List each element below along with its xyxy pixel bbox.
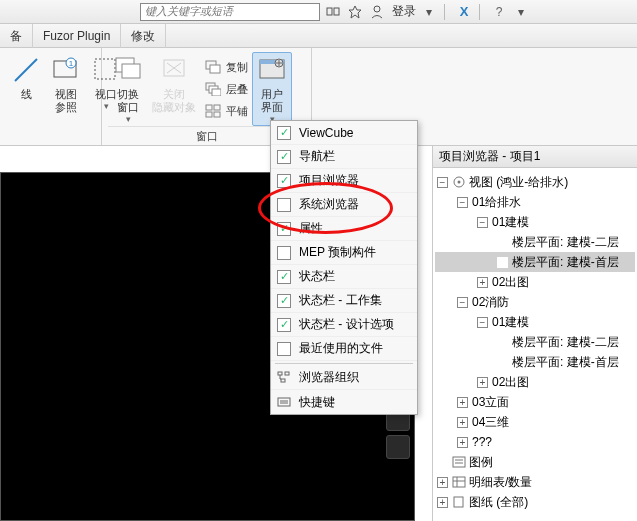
menu-item-shortcuts[interactable]: 快捷键 — [271, 390, 417, 414]
label: 用户 — [261, 88, 283, 100]
schedule-icon — [452, 476, 466, 488]
checkbox-icon: ✓ — [277, 126, 291, 140]
tree-node[interactable]: +04三维 — [435, 412, 635, 432]
title-bar: 键入关键字或短语 登录 ▾ X ? ▾ — [0, 0, 637, 24]
nav-zoom-icon[interactable] — [386, 435, 410, 459]
binoculars-icon[interactable] — [324, 3, 342, 21]
tree-node[interactable]: −01建模 — [435, 212, 635, 232]
menu-item-recent-files[interactable]: 最近使用的文件 — [271, 337, 417, 361]
svg-rect-33 — [278, 398, 290, 406]
star-icon[interactable] — [346, 3, 364, 21]
label: 快捷键 — [299, 394, 335, 411]
menu-item-project-browser[interactable]: ✓项目浏览器 — [271, 169, 417, 193]
line-button[interactable]: 线 — [6, 52, 46, 143]
menu-item-statusbar-design[interactable]: ✓状态栏 - 设计选项 — [271, 313, 417, 337]
separator — [479, 4, 480, 20]
menu-item-system-browser[interactable]: 系统浏览器 — [271, 193, 417, 217]
sign-in-link[interactable]: 登录 — [392, 3, 416, 20]
tree-node[interactable]: +??? — [435, 432, 635, 452]
checkbox-icon: ✓ — [277, 174, 291, 188]
view-ref-icon: 1 — [50, 54, 82, 86]
ribbon-tabs: 备 Fuzor Plugin 修改 — [0, 24, 637, 48]
tree-leaf[interactable]: 楼层平面: 建模-二层 — [435, 232, 635, 252]
tree-node-sheets[interactable]: +图纸 (全部) — [435, 492, 635, 512]
line-icon — [10, 54, 42, 86]
user-interface-button[interactable]: 用户界面 ▾ — [252, 52, 292, 126]
svg-rect-1 — [334, 8, 339, 15]
ui-dropdown-menu: ✓ViewCube ✓导航栏 ✓项目浏览器 系统浏览器 ✓属性 MEP 预制构件… — [270, 120, 418, 415]
tree-node[interactable]: −01给排水 — [435, 192, 635, 212]
search-input[interactable]: 键入关键字或短语 — [140, 3, 320, 21]
label: 隐藏对象 — [152, 101, 196, 113]
tree-node-legends[interactable]: 图例 — [435, 452, 635, 472]
label: 楼层平面: 建模-首层 — [512, 252, 619, 272]
tree-leaf[interactable]: 楼层平面: 建模-首层 — [435, 352, 635, 372]
cascade-button[interactable]: 层叠 — [204, 78, 248, 100]
exchange-icon[interactable]: X — [455, 3, 473, 21]
menu-item-statusbar[interactable]: ✓状态栏 — [271, 265, 417, 289]
chevron-down-icon[interactable]: ▾ — [512, 3, 530, 21]
svg-line-4 — [15, 59, 37, 81]
separator — [444, 4, 445, 20]
replicate-icon — [204, 59, 222, 75]
view-ref-button[interactable]: 1 视图参照 — [46, 52, 86, 143]
menu-item-browser-org[interactable]: 浏览器组织 — [271, 366, 417, 390]
keyboard-icon — [277, 395, 291, 409]
checkbox-icon: ✓ — [277, 270, 291, 284]
menu-item-properties[interactable]: ✓属性 — [271, 217, 417, 241]
help-icon[interactable]: ? — [490, 3, 508, 21]
tree-node[interactable]: +02出图 — [435, 372, 635, 392]
tile-button[interactable]: 平铺 — [204, 100, 248, 122]
label: 图纸 (全部) — [469, 492, 528, 512]
svg-rect-21 — [206, 112, 212, 117]
tab-fuzor[interactable]: Fuzor Plugin — [33, 24, 121, 48]
label: 01建模 — [492, 212, 529, 232]
label: 04三维 — [472, 412, 509, 432]
ribbon-panel-graphics: 线 1 视图参照 视口 ▾ — [0, 48, 102, 145]
tree-node[interactable]: −02消防 — [435, 292, 635, 312]
tree-icon — [277, 371, 291, 385]
tree-leaf[interactable]: 楼层平面: 建模-二层 — [435, 332, 635, 352]
label: 系统浏览器 — [299, 196, 359, 213]
label: 楼层平面: 建模-二层 — [512, 332, 619, 352]
menu-item-statusbar-worksets[interactable]: ✓状态栏 - 工作集 — [271, 289, 417, 313]
tree-node-schedules[interactable]: +明细表/数量 — [435, 472, 635, 492]
svg-rect-29 — [285, 372, 289, 375]
tree-node[interactable]: −01建模 — [435, 312, 635, 332]
menu-item-navbar[interactable]: ✓导航栏 — [271, 145, 417, 169]
tab-modify[interactable]: 修改 — [121, 24, 166, 48]
label: 02消防 — [472, 292, 509, 312]
tree-node[interactable]: +02出图 — [435, 272, 635, 292]
svg-text:1: 1 — [69, 59, 74, 68]
label: 状态栏 - 工作集 — [299, 292, 382, 309]
tree-node[interactable]: +03立面 — [435, 392, 635, 412]
user-icon[interactable] — [368, 3, 386, 21]
tree-node-views[interactable]: −视图 (鸿业-给排水) — [435, 172, 635, 192]
checkbox-icon — [277, 198, 291, 212]
replicate-button[interactable]: 复制 — [204, 56, 248, 78]
label: 状态栏 - 设计选项 — [299, 316, 394, 333]
label: 层叠 — [226, 82, 248, 97]
label: ViewCube — [299, 126, 353, 140]
svg-rect-30 — [281, 379, 285, 382]
chevron-down-icon[interactable]: ▾ — [420, 3, 438, 21]
menu-divider — [275, 363, 413, 364]
label: 界面 — [261, 101, 283, 113]
label: 浏览器组织 — [299, 369, 359, 386]
menu-item-viewcube[interactable]: ✓ViewCube — [271, 121, 417, 145]
tree-view[interactable]: −视图 (鸿业-给排水) −01给排水 −01建模 楼层平面: 建模-二层 楼层… — [433, 168, 637, 521]
svg-rect-41 — [453, 477, 465, 487]
label: 01给排水 — [472, 192, 521, 212]
menu-item-mep[interactable]: MEP 预制构件 — [271, 241, 417, 265]
tab-item[interactable]: 备 — [0, 24, 33, 48]
label: 项目浏览器 — [299, 172, 359, 189]
switch-window-button[interactable]: 切换窗口 ▾ — [108, 52, 148, 126]
label: 切换 — [117, 88, 139, 100]
svg-rect-38 — [453, 457, 465, 467]
label: 参照 — [55, 101, 77, 113]
switch-window-icon — [112, 54, 144, 86]
legend-icon — [452, 456, 466, 468]
chevron-down-icon: ▾ — [126, 114, 131, 124]
close-hidden-button[interactable]: 关闭隐藏对象 — [148, 52, 200, 126]
tree-leaf[interactable]: 楼层平面: 建模-首层 — [435, 252, 635, 272]
